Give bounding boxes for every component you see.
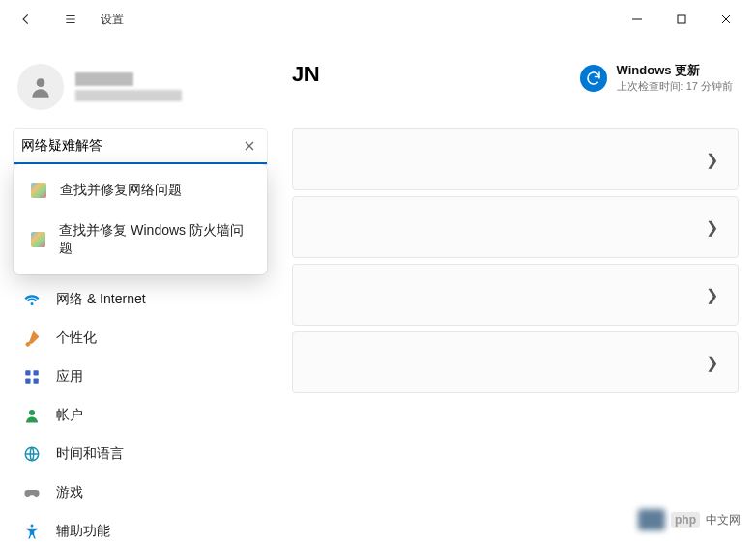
- search-box[interactable]: [14, 129, 267, 164]
- sidebar-item[interactable]: 游戏: [14, 473, 267, 512]
- settings-card[interactable]: ❯: [292, 331, 739, 393]
- search-suggestion-item[interactable]: 查找并修复 Windows 防火墙问题: [14, 211, 267, 269]
- avatar: [17, 64, 64, 110]
- windows-update-block[interactable]: Windows 更新 上次检查时间: 17 分钟前: [580, 62, 733, 94]
- brush-icon: [23, 329, 41, 347]
- update-icon: [580, 65, 607, 92]
- apps-icon: [23, 368, 41, 385]
- svg-rect-3: [34, 370, 39, 375]
- globe-icon: [23, 445, 41, 463]
- sidebar-item[interactable]: 应用: [14, 357, 267, 396]
- settings-cards: ❯ ❯ ❯ ❯: [292, 128, 739, 393]
- sidebar-item-label: 游戏: [56, 484, 83, 501]
- svg-point-6: [29, 410, 35, 415]
- sidebar-item-label: 时间和语言: [56, 445, 124, 463]
- sidebar: 查找并修复网络问题查找并修复 Windows 防火墙问题 网络 & Intern…: [0, 39, 280, 542]
- suggestion-label: 查找并修复网络问题: [60, 182, 182, 199]
- svg-rect-0: [678, 15, 685, 23]
- sidebar-item-label: 辅助功能: [56, 523, 110, 540]
- page-title: JN: [292, 62, 320, 87]
- search-wrap: 查找并修复网络问题查找并修复 Windows 防火墙问题: [14, 129, 267, 164]
- user-text-redacted: [75, 72, 182, 101]
- main-header: JN Windows 更新 上次检查时间: 17 分钟前: [292, 62, 739, 94]
- svg-rect-2: [25, 370, 30, 375]
- sidebar-item-label: 网络 & Internet: [56, 291, 146, 308]
- sidebar-item-label: 帐户: [56, 407, 83, 424]
- user-block[interactable]: [14, 50, 267, 129]
- troubleshoot-icon: [31, 232, 45, 247]
- svg-rect-4: [25, 379, 30, 384]
- menu-button[interactable]: [52, 4, 89, 35]
- title-bar: 设置: [0, 0, 756, 39]
- window-title: 设置: [101, 12, 124, 28]
- settings-card[interactable]: ❯: [292, 264, 739, 326]
- search-suggestion-item[interactable]: 查找并修复网络问题: [14, 170, 267, 211]
- svg-point-8: [31, 525, 34, 528]
- search-suggestions: 查找并修复网络问题查找并修复 Windows 防火墙问题: [14, 164, 267, 274]
- settings-card[interactable]: ❯: [292, 128, 739, 190]
- back-button[interactable]: [8, 4, 44, 35]
- wifi-icon: [23, 291, 41, 308]
- chevron-right-icon: ❯: [706, 286, 718, 304]
- maximize-button[interactable]: [659, 4, 704, 35]
- svg-point-1: [37, 78, 45, 87]
- sidebar-item[interactable]: 帐户: [14, 396, 267, 435]
- search-input[interactable]: [21, 138, 240, 154]
- clear-icon[interactable]: [240, 136, 259, 156]
- sidebar-item[interactable]: 时间和语言: [14, 435, 267, 473]
- chevron-right-icon: ❯: [706, 151, 718, 169]
- close-button[interactable]: [704, 4, 748, 35]
- update-title: Windows 更新: [617, 62, 733, 79]
- chevron-right-icon: ❯: [706, 354, 718, 372]
- sidebar-nav: 网络 & Internet个性化应用帐户时间和语言游戏辅助功能: [14, 280, 267, 542]
- sidebar-item[interactable]: 辅助功能: [14, 512, 267, 542]
- watermark-text: 中文网: [706, 512, 741, 528]
- sidebar-item-label: 应用: [56, 368, 83, 385]
- sidebar-item[interactable]: 个性化: [14, 319, 267, 357]
- chevron-right-icon: ❯: [706, 218, 718, 237]
- troubleshoot-icon: [31, 183, 46, 198]
- gamepad-icon: [23, 484, 41, 501]
- sidebar-item[interactable]: 网络 & Internet: [14, 280, 267, 319]
- settings-card[interactable]: ❯: [292, 196, 739, 258]
- update-subtitle: 上次检查时间: 17 分钟前: [617, 79, 733, 94]
- watermark-tag: php: [671, 512, 700, 528]
- svg-rect-5: [34, 379, 39, 384]
- sidebar-item-label: 个性化: [56, 329, 97, 347]
- suggestion-label: 查找并修复 Windows 防火墙问题: [59, 222, 249, 257]
- minimize-button[interactable]: [615, 4, 659, 35]
- watermark-blur: [638, 509, 665, 530]
- access-icon: [23, 523, 41, 540]
- watermark: php 中文网: [630, 505, 748, 534]
- main-content: JN Windows 更新 上次检查时间: 17 分钟前 ❯ ❯ ❯ ❯: [280, 39, 756, 542]
- person-icon: [23, 407, 41, 424]
